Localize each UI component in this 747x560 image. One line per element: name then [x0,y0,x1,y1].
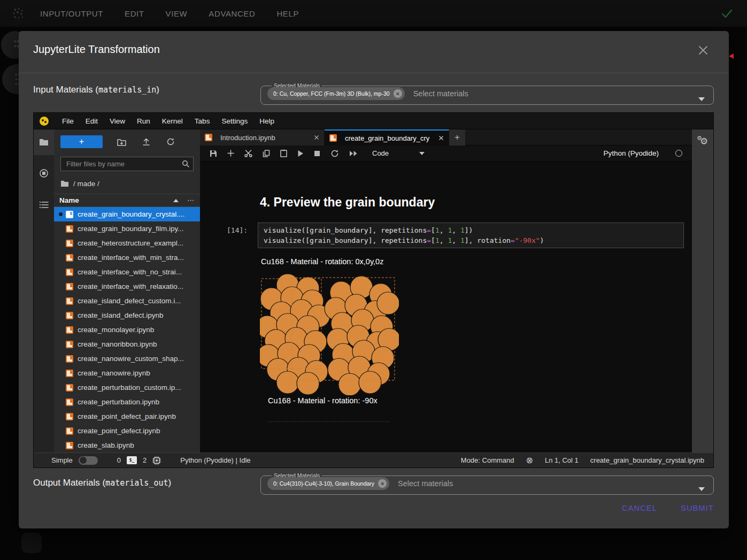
file-name: create_island_defect.ipynb [78,311,164,319]
simple-mode-label: Simple [51,456,73,464]
stop-icon[interactable] [314,150,320,157]
simple-mode-toggle[interactable] [79,456,98,465]
file-name: create_heterostructure_exampl... [78,239,183,247]
new-launcher-button[interactable]: + [60,135,103,148]
file-list-item[interactable]: create_island_defect_custom.i... [54,294,200,308]
chip-label: 0: Cu, Copper, FCC (Fm-3m) 3D (Bulk), mp… [273,90,390,97]
notebook-document[interactable]: 4. Preview the grain boundary [14]: visu… [200,162,692,452]
file-name: create_nanowire_custom_shap... [78,355,184,363]
notebook-file-icon [66,326,73,334]
file-list-item[interactable]: create_nanowire.ipynb [54,366,200,380]
jupyter-menu-file[interactable]: File [56,117,80,125]
kernel-status-icon[interactable] [675,150,682,157]
notebook-icon [329,134,337,142]
filter-files-box [60,157,194,171]
mode-indicator[interactable]: Mode: Command [461,456,514,464]
chip-remove-icon[interactable]: × [394,89,402,98]
cursor-position[interactable]: Ln 1, Col 1 [545,456,579,464]
kernel-state[interactable]: Python (Pyodide) | Idle [180,456,250,464]
save-icon[interactable] [210,150,217,157]
sidebar-tab-running[interactable] [34,160,54,186]
file-list-item[interactable]: create_nanowire_custom_shap... [54,351,200,366]
file-list-item[interactable]: create_grain_boundary_film.ipy... [54,221,200,236]
dialog-side-strip: ⚙⚙ [692,129,713,452]
jupyter-menu-settings[interactable]: Settings [215,117,253,125]
file-list-item[interactable]: create_point_defect.ipynb [54,424,200,438]
file-list-item[interactable]: create_nanoribbon.ipynb [54,337,200,351]
input-material-chip[interactable]: 0: Cu, Copper, FCC (Fm-3m) 3D (Bulk), mp… [267,87,405,100]
kernel-name[interactable]: Python (Pyodide) [603,149,659,157]
file-list-item[interactable]: create_island_defect.ipynb [54,308,200,323]
dialog-title: JupyterLite Transformation [33,43,160,56]
close-tab-icon[interactable] [438,135,444,141]
file-list-item[interactable]: create_perturbation_custom.ip... [54,380,200,395]
file-name: create_island_defect_custom.i... [78,297,181,305]
jupyter-status-bar: Simple 0 $_ 2 Python (Pyodide) | Idle Mo… [34,452,713,467]
jupyter-menu-edit[interactable]: Edit [80,117,104,125]
chip-remove-icon[interactable]: × [378,479,387,488]
cancel-button[interactable]: CANCEL [622,504,657,512]
submit-button[interactable]: SUBMIT [681,504,714,512]
file-list-header[interactable]: Name ⋯ [54,194,200,207]
chevron-down-icon[interactable] [698,97,705,101]
jupyter-menu-run[interactable]: Run [131,117,156,125]
file-name: create_perturbation_custom.ip... [78,383,181,392]
run-icon[interactable] [297,150,304,157]
copy-icon[interactable] [263,150,270,157]
chevron-down-icon[interactable] [419,152,425,155]
chevron-down-icon[interactable] [698,487,705,491]
settings-gears-icon[interactable]: ⚙⚙ [697,135,708,147]
notebook-file-icon [66,355,73,363]
viz-title-1: Cu168 - Material - rotation: 0x,0y,0z [261,257,383,266]
jupyter-menu-kernel[interactable]: Kernel [156,117,189,125]
breadcrumb-path: / made / [73,180,99,188]
file-list-item[interactable]: create_grain_boundary_crystal.... [54,207,200,221]
file-list-item[interactable]: create_perturbation.ipynb [54,395,200,409]
terminals-count[interactable]: 0 [117,456,121,464]
input-materials-select[interactable]: Selected Materials 0: Cu, Copper, FCC (F… [260,83,714,105]
new-folder-icon[interactable] [117,138,126,146]
close-tab-icon[interactable] [314,135,319,140]
notebook-content-area: Introduction.ipynb create_grain_boundary… [200,129,692,452]
cu-atom [377,292,399,314]
tab-create-grain-boundary[interactable]: create_grain_boundary_cry [325,129,449,145]
paste-icon[interactable] [280,149,287,157]
cell-type-dropdown[interactable]: Code [372,149,389,157]
file-list-item[interactable]: create_interface_with_min_stra... [54,250,200,265]
jupyter-menu-view[interactable]: View [104,117,131,125]
kernels-count[interactable]: 2 [143,456,147,464]
file-list-item[interactable]: create_heterostructure_exampl... [54,236,200,250]
jupyter-menu-tabs[interactable]: Tabs [189,117,216,125]
material-visualization[interactable] [260,271,399,395]
cut-icon[interactable] [244,150,252,157]
notebook-file-icon [66,283,73,290]
trust-icon[interactable]: ⊗ [526,455,533,465]
filter-files-input[interactable] [60,157,194,171]
file-list-item[interactable]: create_slab.ipynb [54,438,200,452]
file-name: create_interface_with_relaxatio... [78,282,183,290]
file-list-item[interactable]: create_point_defect_pair.ipynb [54,409,200,424]
run-all-icon[interactable] [349,150,358,157]
output-materials-select[interactable]: Selected Materials 0: Cu4(310)-Cu4(-3-10… [260,473,714,495]
breadcrumb[interactable]: / made / [60,178,194,189]
restart-kernel-icon[interactable] [330,149,339,158]
file-name: create_nanoribbon.ipynb [78,340,157,348]
file-list-item[interactable]: create_interface_with_relaxatio... [54,279,200,294]
close-icon[interactable] [698,45,709,56]
code-cell[interactable]: visualize([grain_boundary], repetitions=… [258,223,684,248]
notebook-toolbar: Code Python (Pyodide) [200,145,692,162]
sidebar-tab-toc[interactable] [34,192,54,218]
upload-icon[interactable] [142,137,150,146]
add-cell-icon[interactable] [227,150,234,157]
new-tab-button[interactable]: + [449,129,465,145]
notebook-icon [205,134,212,141]
more-icon[interactable]: ⋯ [187,196,195,204]
sidebar-tab-files[interactable] [34,129,54,155]
refresh-icon[interactable] [166,137,175,146]
file-list-item[interactable]: create_interface_with_no_strai... [54,265,200,279]
notebook-file-icon [66,240,73,247]
tab-introduction[interactable]: Introduction.ipynb [200,129,325,145]
jupyter-menu-help[interactable]: Help [253,117,280,125]
file-list-item[interactable]: create_monolayer.ipynb [54,323,200,337]
output-material-chip[interactable]: 0: Cu4(310)-Cu4(-3-10), Grain Boundary × [267,477,389,490]
